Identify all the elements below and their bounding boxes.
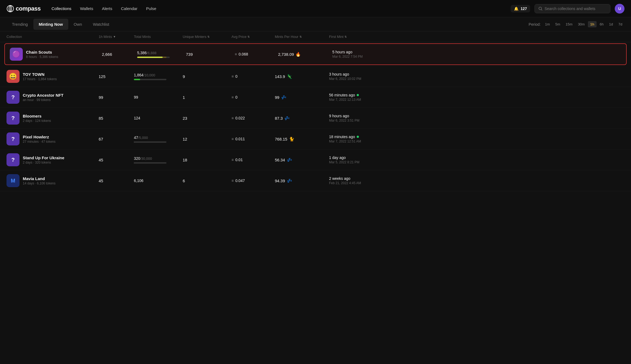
period-1m[interactable]: 1m: [543, 21, 552, 27]
col-avg-price: ≡ 0.047: [231, 178, 275, 183]
collection-avatar: ?: [7, 132, 20, 145]
mints-per-hour-value: 56.34: [275, 158, 285, 162]
col-mints-per-hour: 87.3 💤: [275, 116, 329, 121]
nav-item-calendar[interactable]: Calendar: [121, 5, 137, 12]
search-bar[interactable]: Search collections and wallets: [535, 4, 610, 13]
total-mints-value: 99: [134, 95, 183, 99]
collection-meta: 17 hours · 1,864 tokens: [23, 77, 57, 81]
main-nav: Collections Wallets Alerts Calendar Puls…: [51, 5, 500, 12]
eth-symbol: ≡: [231, 137, 234, 141]
period-7d[interactable]: 7d: [616, 21, 624, 27]
sort-icon-unique: ⇅: [207, 35, 210, 38]
total-mints-value: 6,106: [134, 178, 183, 183]
tab-own[interactable]: Own: [68, 19, 88, 30]
col-first-mint: 5 hours ago Mar 6, 2022 7:54 PM: [332, 50, 392, 58]
period-selector: Period: 1m 5m 15m 30m 1h 6h 1d 7d: [529, 21, 624, 27]
notification-icon: 🔔: [514, 6, 519, 11]
mints-per-hour-value: 2,738.09: [278, 52, 294, 57]
total-mints-value: 5,386/6,888: [137, 51, 186, 55]
mints-per-hour-value: 99: [275, 95, 279, 100]
tab-trending[interactable]: Trending: [7, 19, 33, 30]
search-icon: [539, 7, 542, 11]
trend-icon: 💤: [284, 116, 290, 121]
first-mint-ago: 1 day ago: [329, 155, 389, 160]
first-mint-date: Mar 6, 2022 3:51 PM: [329, 119, 389, 122]
collection-avatar: ?: [7, 112, 20, 125]
trend-icon: 🦎: [287, 74, 292, 79]
table-row[interactable]: ? Bloomers 2 days · 124 tokens 85 124 23…: [0, 108, 631, 129]
table-row[interactable]: 😀 TOY TOWN 17 hours · 1,864 tokens 125 1…: [0, 66, 631, 87]
col-mints-per-hour: 56.34 💤: [275, 157, 329, 162]
th-unique-minters[interactable]: Unique Minters ⇅: [183, 35, 231, 39]
nav-item-alerts[interactable]: Alerts: [102, 5, 112, 12]
collection-meta: 2 days · 124 tokens: [23, 119, 51, 123]
th-avg-price[interactable]: Avg Price ⇅: [231, 35, 275, 39]
search-placeholder: Search collections and wallets: [545, 6, 595, 11]
collection-name: Chain Scouts: [26, 50, 58, 54]
avg-price-value: 0.047: [235, 178, 245, 183]
first-mint-date: Mar 7, 2022 12:13 AM: [329, 98, 389, 102]
col-collection: 🟣 Chain Scouts 8 hours · 5,386 tokens: [10, 48, 102, 61]
period-1d[interactable]: 1d: [607, 21, 615, 27]
collection-info: Crypto Ancestor NFT an hour · 99 tokens: [23, 93, 63, 102]
period-1h[interactable]: 1h: [588, 21, 596, 27]
user-avatar[interactable]: U: [615, 4, 624, 14]
col-1h-mints: 2,666: [102, 52, 137, 57]
nav-item-pulse[interactable]: Pulse: [146, 5, 156, 12]
collection-name: Pixel Howlerz: [23, 135, 56, 139]
collection-meta: 27 minutes · 47 tokens: [23, 140, 56, 144]
trend-icon: 💤: [281, 95, 286, 100]
eth-symbol: ≡: [231, 116, 234, 120]
first-mint-ago: 9 hours ago: [329, 114, 389, 118]
logo[interactable]: compass: [7, 5, 41, 12]
period-30m[interactable]: 30m: [576, 21, 587, 27]
col-unique-minters: 23: [183, 116, 231, 121]
col-first-mint: 3 hours ago Mar 6, 2022 10:02 PM: [329, 72, 389, 81]
collection-avatar: M: [7, 174, 20, 187]
collection-name: Crypto Ancestor NFT: [23, 93, 63, 98]
col-collection: ? Bloomers 2 days · 124 tokens: [7, 112, 99, 125]
sort-icon-mph: ⇅: [300, 35, 302, 38]
table-row[interactable]: ? Pixel Howlerz 27 minutes · 47 tokens 6…: [0, 129, 631, 150]
live-indicator: [357, 136, 359, 138]
avg-price-value: 0.022: [235, 116, 245, 120]
table-row[interactable]: M Mavia Land 14 days · 6,106 tokens 45 6…: [0, 170, 631, 191]
avg-price-value: 0: [235, 74, 237, 79]
col-1h-mints: 45: [99, 158, 134, 162]
nav-item-wallets[interactable]: Wallets: [80, 5, 93, 12]
collection-avatar: 😀: [7, 70, 20, 83]
tab-watchlist[interactable]: Watchlist: [88, 19, 115, 30]
table-row[interactable]: 🟣 Chain Scouts 8 hours · 5,386 tokens 2,…: [4, 43, 627, 65]
sort-icon-mints: ▼: [113, 35, 116, 38]
col-1h-mints: 85: [99, 116, 134, 121]
avatar-initials: U: [618, 6, 621, 11]
avg-price-value: 0.01: [235, 158, 243, 162]
notification-badge[interactable]: 🔔 127: [511, 5, 530, 12]
period-6h[interactable]: 6h: [598, 21, 606, 27]
live-indicator: [357, 94, 359, 96]
period-5m[interactable]: 5m: [553, 21, 562, 27]
table-row[interactable]: ? Stand Up For Ukraine 2 days · 320 toke…: [0, 150, 631, 170]
total-mints-value: 320/30,000: [134, 156, 183, 161]
th-1h-mints[interactable]: 1h Mints ▼: [99, 35, 134, 39]
sub-nav-tabs: Trending Minting Now Own Watchlist: [7, 19, 115, 30]
collection-info: TOY TOWN 17 hours · 1,864 tokens: [23, 72, 57, 81]
col-avg-price: ≡ 0.022: [231, 116, 275, 120]
col-total-mints: 1,864/10,000: [134, 73, 183, 80]
first-mint-date: Mar 5, 2022 8:21 PM: [329, 160, 389, 164]
mints-per-hour-value: 94.39: [275, 178, 285, 183]
th-mints-per-hour[interactable]: Mints Per Hour ⇅: [275, 35, 329, 39]
trend-icon: 🔥: [295, 52, 301, 57]
table-body: 🟣 Chain Scouts 8 hours · 5,386 tokens 2,…: [0, 43, 631, 191]
col-avg-price: ≡ 0.011: [231, 137, 275, 141]
trend-icon: 💤: [287, 157, 292, 162]
period-15m[interactable]: 15m: [564, 21, 575, 27]
th-first-mint[interactable]: First Mint ⇅: [329, 35, 389, 39]
mints-per-hour-value: 143.9: [275, 74, 285, 79]
col-1h-mints: 125: [99, 74, 134, 79]
table-row[interactable]: ? Crypto Ancestor NFT an hour · 99 token…: [0, 87, 631, 108]
collection-info: Stand Up For Ukraine 2 days · 320 tokens: [23, 155, 64, 164]
tab-minting-now[interactable]: Minting Now: [33, 19, 68, 30]
nav-item-collections[interactable]: Collections: [51, 5, 71, 12]
collection-avatar: 🟣: [10, 48, 23, 61]
